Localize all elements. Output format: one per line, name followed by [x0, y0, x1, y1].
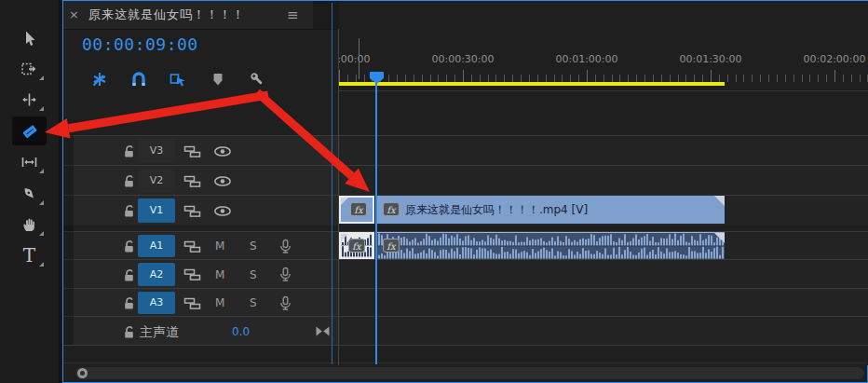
pan-bowtie-icon[interactable] [313, 317, 332, 346]
track-lane-master[interactable] [339, 316, 868, 346]
razor-tool-button[interactable] [12, 116, 47, 145]
fx-badge: fx [348, 239, 365, 253]
track-header-a1: A1MS [63, 231, 338, 260]
sync-lock-icon[interactable] [183, 289, 201, 317]
ruler-tick [612, 75, 613, 82]
tool-flyout-indicator [39, 169, 44, 173]
track-target-button-v2[interactable]: V2 [138, 169, 175, 193]
selection-tool-button[interactable] [12, 23, 47, 52]
voiceover-mic-icon[interactable] [278, 289, 292, 317]
pen-tool-icon [20, 185, 38, 202]
voiceover-mic-icon[interactable] [278, 232, 292, 260]
lock-icon[interactable] [121, 136, 136, 166]
type-tool-button[interactable]: T [12, 240, 47, 269]
ruler-tick [834, 70, 835, 82]
panel-menu-icon[interactable]: ≡ [287, 1, 299, 29]
lock-icon[interactable] [121, 196, 136, 226]
ruler-tick [826, 75, 827, 82]
scrollbar-knob[interactable] [77, 368, 88, 378]
ruler-label: 00:01:30:00 [679, 53, 741, 65]
mute-button[interactable]: M [215, 260, 224, 290]
ruler-tick [463, 70, 464, 82]
mute-button[interactable]: M [215, 289, 224, 318]
header-left-gutter [63, 135, 74, 345]
ruler-tick [802, 75, 803, 82]
ruler-tick [628, 75, 629, 82]
toggle-track-output-eye-icon[interactable] [212, 136, 233, 166]
ruler-tick [752, 75, 753, 82]
sync-lock-icon[interactable] [183, 260, 201, 289]
track-target-button-a2[interactable]: A2 [138, 263, 175, 286]
track-target-button-a3[interactable]: A3 [138, 292, 175, 314]
sequence-tab-title: 原来这就是仙女吗！！！！ [88, 1, 245, 29]
sync-lock-icon[interactable] [183, 136, 201, 166]
video-clip-title: 原来这就是仙女吗！！！！.mp4 [V] [405, 196, 588, 224]
lock-icon[interactable] [121, 317, 136, 346]
video-clip-segment-selected[interactable]: fx [339, 196, 374, 224]
pen-tool-button[interactable] [12, 179, 47, 208]
ruler-tick [438, 75, 439, 82]
slip-tool-button[interactable] [12, 147, 47, 176]
solo-button[interactable]: S [250, 289, 257, 318]
audio-clip-segment-selected[interactable]: fx [339, 232, 374, 259]
solo-button[interactable]: S [250, 260, 257, 290]
ruler-tick [604, 75, 604, 82]
ruler-tick [546, 75, 547, 82]
ruler-tick [694, 75, 695, 82]
toggle-track-output-eye-icon[interactable] [212, 166, 233, 196]
ruler-tick [595, 75, 596, 82]
sync-lock-icon[interactable] [183, 196, 201, 226]
track-header-v1: V1 [63, 195, 338, 226]
voiceover-mic-icon[interactable] [278, 260, 292, 289]
ruler-tick [521, 75, 522, 82]
track-lanes-area: 00:00:00:0000:00:30:0000:01:00:0000:01:3… [339, 1, 868, 365]
lock-icon[interactable] [121, 289, 136, 317]
ruler-bottom-divider [339, 90, 868, 91]
hand-tool-button[interactable] [12, 210, 47, 239]
toggle-track-output-eye-icon[interactable] [212, 196, 233, 226]
clip-fold-corner [714, 233, 725, 243]
playhead-line[interactable] [375, 80, 377, 364]
track-header-master: 主声道0.0 [63, 316, 338, 346]
track-select-forward-tool-button[interactable] [12, 54, 47, 83]
audio-clip-segment[interactable]: fx [377, 232, 725, 259]
track-lane-a3[interactable] [339, 288, 868, 317]
ruler-tick [661, 75, 662, 82]
clip-fold-corner [341, 234, 348, 241]
video-clip-segment[interactable]: fx原来这就是仙女吗！！！！.mp4 [V] [377, 196, 725, 224]
track-header-a2: A2MS [63, 259, 338, 289]
ruler-tick [570, 75, 571, 82]
tab-close-icon[interactable]: × [69, 1, 79, 29]
playhead-marker[interactable] [370, 70, 384, 82]
ruler-tick [480, 75, 481, 82]
sync-lock-icon[interactable] [183, 232, 201, 260]
lock-icon[interactable] [121, 232, 136, 260]
horizontal-scrollbar[interactable] [63, 362, 867, 382]
track-target-button-a1[interactable]: A1 [138, 235, 175, 257]
scrollbar-track[interactable] [75, 367, 864, 379]
ripple-edit-tool-button[interactable] [12, 85, 47, 114]
ruler-tick [818, 75, 819, 82]
ruler-tick [653, 75, 654, 82]
solo-button[interactable]: S [250, 232, 257, 261]
ruler-tick [670, 75, 671, 82]
header-lane-divider-blue [332, 3, 332, 364]
ruler-tick [578, 75, 579, 82]
mute-button[interactable]: M [215, 232, 224, 261]
track-lane-v2[interactable] [339, 165, 868, 196]
ruler-tick [619, 75, 620, 82]
sync-lock-icon[interactable] [183, 166, 201, 196]
track-lane-a2[interactable] [339, 259, 868, 289]
ruler-label: 00:00:30:00 [431, 53, 494, 65]
sequence-tab[interactable]: × 原来这就是仙女吗！！！！ ≡ [63, 1, 313, 29]
master-volume-value[interactable]: 0.0 [232, 317, 250, 347]
lock-icon[interactable] [121, 260, 136, 289]
ruler-tick [768, 75, 769, 82]
track-lane-v3[interactable] [339, 135, 868, 166]
lock-icon[interactable] [121, 166, 136, 196]
track-target-button-v1[interactable]: V1 [138, 198, 175, 223]
ripple-edit-tool-icon [20, 90, 38, 108]
ruler-tick [356, 75, 357, 82]
timeline-ruler[interactable]: 00:00:00:0000:00:30:0000:01:00:0000:01:3… [339, 1, 868, 91]
track-target-button-v3[interactable]: V3 [138, 139, 175, 163]
